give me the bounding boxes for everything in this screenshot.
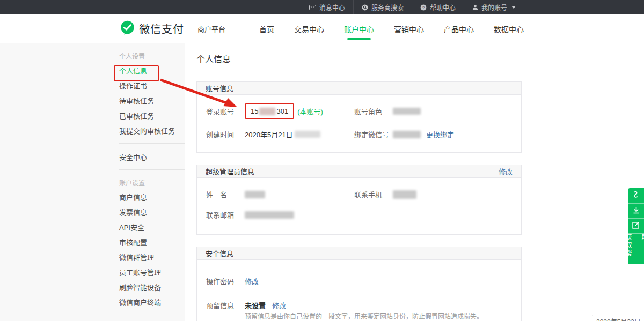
field-label: 绑定微信号 <box>354 129 393 139</box>
reserved-info-description: 预留信息是由你自己设置的一段文字，用来鉴定网站身份，防止假冒网站造成损失。 配置… <box>245 312 512 321</box>
sidebar-item-security-center[interactable]: 安全中心 <box>119 149 185 164</box>
topbar-item-label: 服务商搜索 <box>371 3 404 12</box>
login-account-field: 登录账号 15301 (本账号) <box>206 106 354 116</box>
field-label: 预留信息 <box>206 300 245 310</box>
sidebar-item-wechat-group-management[interactable]: 微信群管理 <box>119 249 185 264</box>
sidebar-divider <box>119 143 185 144</box>
brand[interactable]: 微信支付 商户平台 <box>120 20 225 37</box>
floating-help-menu: 获取帮助 <box>628 188 644 264</box>
change-password-link[interactable]: 修改 <box>245 276 259 286</box>
customer-service-icon <box>632 191 640 200</box>
redacted-admin-email <box>245 211 294 219</box>
field-label: 联系邮箱 <box>206 210 245 220</box>
topbar-item-help-center[interactable]: ? 帮助中心 <box>412 0 464 14</box>
title-divider <box>196 73 522 73</box>
section-title: 超级管理员信息 <box>206 166 254 176</box>
topbar-item-label: 我的账号 <box>481 3 507 12</box>
chevron-down-icon <box>511 6 516 9</box>
brand-divider <box>191 24 191 34</box>
sidebar-item-face-smart-device[interactable]: 刷脸智能设备 <box>119 279 185 294</box>
download-button[interactable] <box>628 203 644 218</box>
field-label: 操作密码 <box>206 276 245 286</box>
security-info-section: 安全信息 操作密码 修改 预留信息 未设置 修改 预留信息是由你自己设置的一段文… <box>196 247 522 321</box>
customer-service-button[interactable] <box>628 188 644 203</box>
get-help-label: 获取帮助 <box>620 234 644 264</box>
sidebar-item-review-config[interactable]: 审核配置 <box>119 234 185 249</box>
sidebar-item-invoice-info[interactable]: 发票信息 <box>119 204 185 219</box>
sidebar-item-operation-certificate[interactable]: 操作证书 <box>119 78 185 93</box>
sidebar-item-staff-account-management[interactable]: 员工账号管理 <box>119 264 185 279</box>
redacted-admin-phone <box>393 190 416 199</box>
topbar-item-label: 消息中心 <box>319 3 345 12</box>
change-binding-link[interactable]: 更换绑定 <box>426 129 454 139</box>
sidebar-divider <box>119 315 185 315</box>
set-reserved-info-link[interactable]: 修改 <box>272 300 286 310</box>
main-content: 个人信息 账号信息 登录账号 15301 (本账号) 账号角色 <box>185 43 644 321</box>
sidebar-item-pending-review-tasks[interactable]: 待审核任务 <box>119 93 185 108</box>
get-help-button[interactable]: 获取帮助 <box>628 233 644 264</box>
nav-marketing-center[interactable]: 营销中心 <box>394 14 424 43</box>
account-role-field: 账号角色 <box>354 106 512 116</box>
current-account-tag: (本账号) <box>297 106 323 116</box>
section-title: 账号信息 <box>206 83 233 93</box>
reserved-info-field: 预留信息 未设置 修改 <box>206 300 512 310</box>
help-icon: ? <box>420 4 427 11</box>
sidebar-group-personal-settings: 个人设置 <box>119 49 185 63</box>
main-nav: 首页 交易中心 账户中心 营销中心 产品中心 数据中心 <box>239 14 524 43</box>
topbar-item-messages[interactable]: 消息中心 <box>301 0 353 14</box>
created-time-value: 2020年5月21日 <box>245 129 293 139</box>
search-icon <box>362 4 368 11</box>
svg-text:?: ? <box>422 5 425 10</box>
topbar: 消息中心 服务商搜索 ? 帮助中心 我的账号 <box>0 0 644 14</box>
mail-icon <box>309 5 316 10</box>
sidebar-divider <box>119 169 185 170</box>
login-account-value: 301 <box>276 107 288 115</box>
nav-product-center[interactable]: 产品中心 <box>444 14 474 43</box>
nav-home[interactable]: 首页 <box>259 14 274 43</box>
field-label: 联系手机 <box>354 189 393 199</box>
super-admin-section: 超级管理员信息 修改 姓 名 联系手机 联系邮箱 <box>196 165 522 235</box>
user-icon <box>472 4 478 10</box>
sidebar: 个人设置 个人信息 操作证书 待审核任务 已审核任务 我提交的审核任务 安全中心… <box>0 43 185 321</box>
brand-portal: 商户平台 <box>197 24 225 34</box>
download-icon <box>633 206 640 216</box>
account-info-section: 账号信息 登录账号 15301 (本账号) 账号角色 创建时间 2020年 <box>196 81 522 153</box>
sidebar-group-account-settings: 账户设置 <box>119 175 185 189</box>
nav-account-center[interactable]: 账户中心 <box>344 14 374 43</box>
sidebar-item-my-submitted-tasks[interactable]: 我提交的审核任务 <box>119 123 185 138</box>
redacted-wechat-id <box>393 131 421 138</box>
topbar-item-provider-search[interactable]: 服务商搜索 <box>353 0 412 14</box>
admin-email-field: 联系邮箱 <box>206 210 354 220</box>
section-title: 安全信息 <box>206 248 233 258</box>
sidebar-item-api-security[interactable]: API安全 <box>119 219 185 234</box>
redacted-login-digits <box>259 108 275 115</box>
redacted-admin-name <box>245 191 265 198</box>
bound-wechat-field: 绑定微信号 更换绑定 <box>354 129 512 139</box>
page-title: 个人信息 <box>196 43 644 73</box>
sidebar-item-personal-info[interactable]: 个人信息 <box>119 63 185 78</box>
date-tooltip: 2020年5月22日 <box>592 315 644 321</box>
topbar-item-my-account[interactable]: 我的账号 <box>464 0 524 14</box>
sidebar-item-reviewed-tasks[interactable]: 已审核任务 <box>119 108 185 123</box>
sidebar-item-wechat-merchant-terminal[interactable]: 微信商户终端 <box>119 294 185 309</box>
feedback-icon <box>632 221 640 231</box>
sidebar-item-merchant-info[interactable]: 商户信息 <box>119 189 185 204</box>
nav-transaction-center[interactable]: 交易中心 <box>294 14 324 43</box>
field-label: 账号角色 <box>354 106 393 116</box>
nav-data-center[interactable]: 数据中心 <box>494 14 524 43</box>
login-account-annotation-box: 15301 <box>245 103 294 120</box>
edit-admin-link[interactable]: 修改 <box>499 166 513 176</box>
created-time-field: 创建时间 2020年5月21日 <box>206 129 354 139</box>
redacted-created-detail <box>295 131 320 138</box>
login-account-value: 15 <box>251 107 258 115</box>
operation-password-field: 操作密码 修改 <box>206 276 512 286</box>
field-label: 姓 名 <box>206 189 245 199</box>
redacted-account-role <box>393 108 421 115</box>
brand-name: 微信支付 <box>139 21 184 36</box>
field-label: 创建时间 <box>206 129 245 139</box>
topbar-item-label: 帮助中心 <box>430 3 456 12</box>
admin-phone-field: 联系手机 <box>354 189 512 199</box>
reserved-info-status: 未设置 <box>245 300 266 310</box>
header: 微信支付 商户平台 首页 交易中心 账户中心 营销中心 产品中心 数据中心 <box>0 14 644 43</box>
feedback-button[interactable] <box>628 218 644 233</box>
